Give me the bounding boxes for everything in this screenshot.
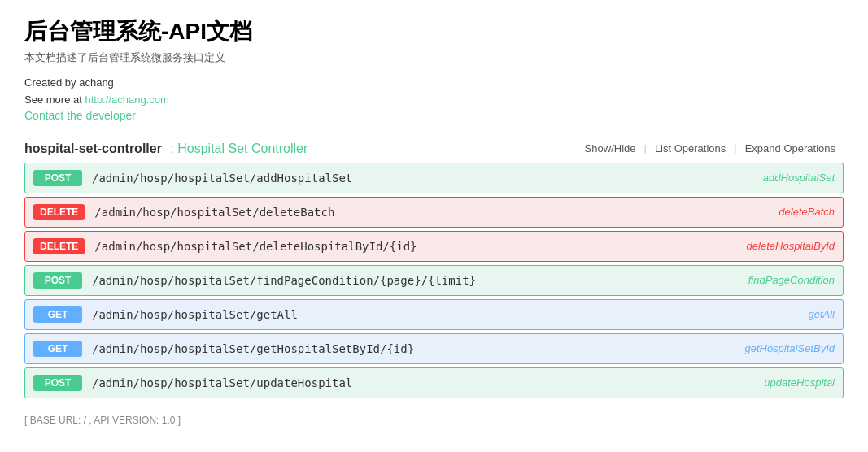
api-list: POST/admin/hosp/hospitalSet/addHospitalS… xyxy=(24,163,844,398)
api-row[interactable]: POST/admin/hosp/hospitalSet/findPageCond… xyxy=(24,265,844,296)
page-title: 后台管理系统-API文档 xyxy=(24,16,844,47)
api-path: /admin/hosp/hospitalSet/deleteBatch xyxy=(94,206,688,219)
page-subtitle: 本文档描述了后台管理系统微服务接口定义 xyxy=(24,50,844,65)
controller-section: hospital-set-controller : Hospital Set C… xyxy=(24,141,844,398)
api-operation-name: addHospitalSet xyxy=(688,172,835,184)
api-row[interactable]: DELETE/admin/hosp/hospitalSet/deleteBatc… xyxy=(24,197,844,228)
author-info: Created by achang See more at http://ach… xyxy=(24,75,844,109)
api-row[interactable]: POST/admin/hosp/hospitalSet/addHospitalS… xyxy=(24,163,844,193)
method-badge: GET xyxy=(33,306,82,323)
see-more-text: See more at xyxy=(24,93,85,106)
method-badge: POST xyxy=(33,375,82,391)
api-path: /admin/hosp/hospitalSet/updateHospital xyxy=(92,376,688,389)
contact-developer-link[interactable]: Contact the developer xyxy=(24,109,844,122)
created-by-text: Created by achang xyxy=(24,76,114,89)
api-operation-name: deleteBatch xyxy=(688,206,835,218)
api-operation-name: updateHospital xyxy=(688,376,835,389)
method-badge: POST xyxy=(33,170,82,186)
api-operation-name: findPageCondition xyxy=(688,274,835,286)
api-operation-name: getAll xyxy=(688,308,835,320)
expand-operations-action[interactable]: Expand Operations xyxy=(737,142,844,154)
list-operations-action[interactable]: List Operations xyxy=(647,142,734,154)
footer-info: [ BASE URL: / , API VERSION: 1.0 ] xyxy=(24,415,844,426)
api-path: /admin/hosp/hospitalSet/getHospitalSetBy… xyxy=(92,342,688,355)
method-badge: DELETE xyxy=(33,238,85,254)
api-row[interactable]: DELETE/admin/hosp/hospitalSet/deleteHosp… xyxy=(24,231,844,262)
api-operation-name: getHospitalSetById xyxy=(688,342,835,354)
api-path: /admin/hosp/hospitalSet/deleteHospitalBy… xyxy=(94,240,688,253)
api-path: /admin/hosp/hospitalSet/getAll xyxy=(92,308,688,321)
method-badge: GET xyxy=(33,341,82,357)
api-path: /admin/hosp/hospitalSet/findPageConditio… xyxy=(92,274,688,287)
see-more-link[interactable]: http://achang.com xyxy=(85,93,168,106)
api-row[interactable]: GET/admin/hosp/hospitalSet/getHospitalSe… xyxy=(24,333,844,364)
api-operation-name: deleteHospitalById xyxy=(688,240,835,252)
controller-name: hospital-set-controller xyxy=(24,141,162,155)
method-badge: DELETE xyxy=(33,204,85,220)
controller-actions: Show/Hide | List Operations | Expand Ope… xyxy=(577,142,844,154)
api-row[interactable]: POST/admin/hosp/hospitalSet/updateHospit… xyxy=(24,367,844,398)
controller-title: hospital-set-controller : Hospital Set C… xyxy=(24,141,308,156)
method-badge: POST xyxy=(33,272,82,289)
api-row[interactable]: GET/admin/hosp/hospitalSet/getAllgetAll xyxy=(24,299,844,330)
show-hide-action[interactable]: Show/Hide xyxy=(577,142,644,154)
api-path: /admin/hosp/hospitalSet/addHospitalSet xyxy=(92,172,688,185)
controller-description: : Hospital Set Controller xyxy=(167,141,308,155)
controller-header: hospital-set-controller : Hospital Set C… xyxy=(24,141,844,156)
